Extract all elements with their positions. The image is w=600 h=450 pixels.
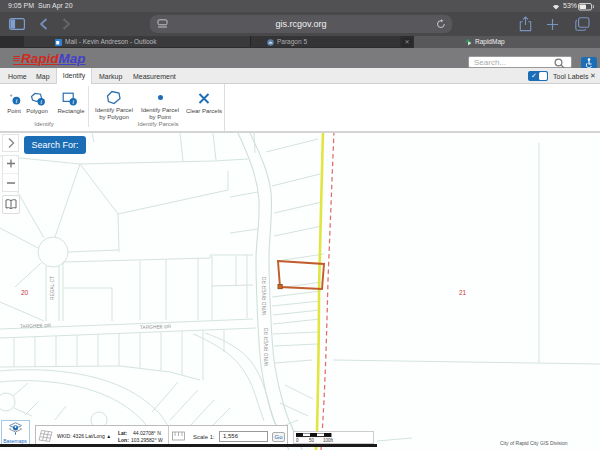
- svg-text:REGAL CT: REGAL CT: [50, 276, 55, 300]
- svg-text:i: i: [15, 97, 17, 105]
- svg-text:20: 20: [21, 289, 29, 296]
- svg-text:WIND RIVER RD: WIND RIVER RD: [261, 276, 267, 315]
- svg-text:WIND RIVER RD: WIND RIVER RD: [263, 327, 269, 366]
- svg-text:21: 21: [459, 289, 467, 296]
- svg-text:i: i: [72, 98, 74, 105]
- svg-text:i: i: [40, 98, 42, 105]
